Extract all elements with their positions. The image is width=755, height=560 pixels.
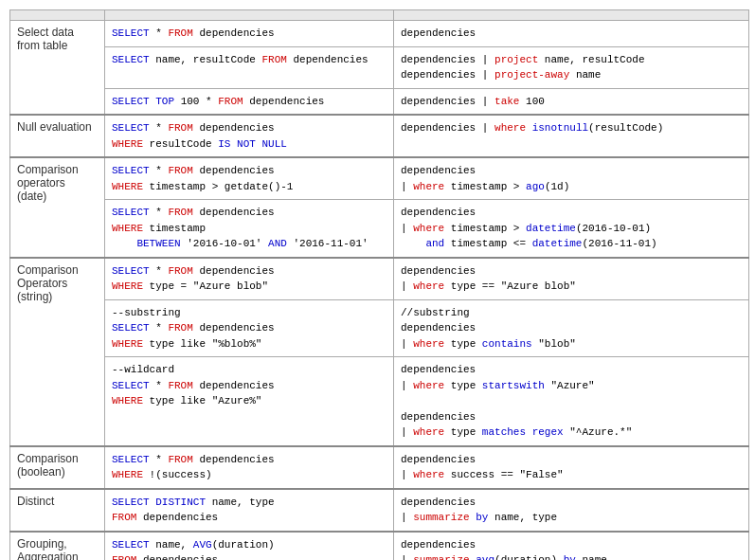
analytics-cell: dependencies | summarize avg(duration) b… bbox=[394, 532, 749, 561]
row-label: Distinct bbox=[10, 489, 105, 532]
row-label: Comparison operators (date) bbox=[10, 157, 105, 258]
analytics-cell: //substring dependencies | where type co… bbox=[394, 299, 749, 357]
header-sql bbox=[105, 10, 394, 21]
row-label: Grouping, Aggregation bbox=[10, 532, 105, 561]
sql-cell: SELECT * FROM dependencies WHERE resultC… bbox=[105, 115, 394, 157]
analytics-cell: dependencies | where type == "Azure blob… bbox=[394, 258, 749, 300]
sql-cell: SELECT * FROM dependencies WHERE type = … bbox=[105, 258, 394, 300]
analytics-cell: dependencies bbox=[394, 21, 749, 47]
row-label: Select data from table bbox=[10, 21, 105, 116]
analytics-cell: dependencies | where type startswith "Az… bbox=[394, 357, 749, 446]
comparison-table: Select data from tableSELECT * FROM depe… bbox=[9, 9, 749, 560]
sql-cell: SELECT DISTINCT name, type FROM dependen… bbox=[105, 489, 394, 532]
header-analytics bbox=[394, 10, 749, 21]
analytics-cell: dependencies | take 100 bbox=[394, 88, 749, 115]
sql-cell: SELECT TOP 100 * FROM dependencies bbox=[105, 88, 394, 115]
analytics-cell: dependencies | where isnotnull(resultCod… bbox=[394, 115, 749, 157]
analytics-cell: dependencies | where success == "False" bbox=[394, 446, 749, 489]
sql-cell: SELECT * FROM dependencies WHERE timesta… bbox=[105, 200, 394, 258]
sql-cell: SELECT name, resultCode FROM dependencie… bbox=[105, 46, 394, 88]
sql-cell: SELECT * FROM dependencies WHERE timesta… bbox=[105, 157, 394, 200]
sql-cell: --wildcard SELECT * FROM dependencies WH… bbox=[105, 357, 394, 446]
sql-cell: SELECT * FROM dependencies bbox=[105, 21, 394, 47]
row-label: Null evaluation bbox=[10, 115, 105, 157]
sql-cell: SELECT * FROM dependencies WHERE !(succe… bbox=[105, 446, 394, 489]
analytics-cell: dependencies | where timestamp > datetim… bbox=[394, 200, 749, 258]
row-label: Comparison (boolean) bbox=[10, 446, 105, 489]
analytics-cell: dependencies | project name, resultCode … bbox=[394, 46, 749, 88]
analytics-cell: dependencies | summarize by name, type bbox=[394, 489, 749, 532]
row-label: Comparison Operators (string) bbox=[10, 258, 105, 446]
sql-cell: SELECT name, AVG(duration) FROM dependen… bbox=[105, 532, 394, 561]
analytics-cell: dependencies | where timestamp > ago(1d) bbox=[394, 157, 749, 200]
header-label bbox=[10, 10, 105, 21]
sql-cell: --substring SELECT * FROM dependencies W… bbox=[105, 299, 394, 357]
